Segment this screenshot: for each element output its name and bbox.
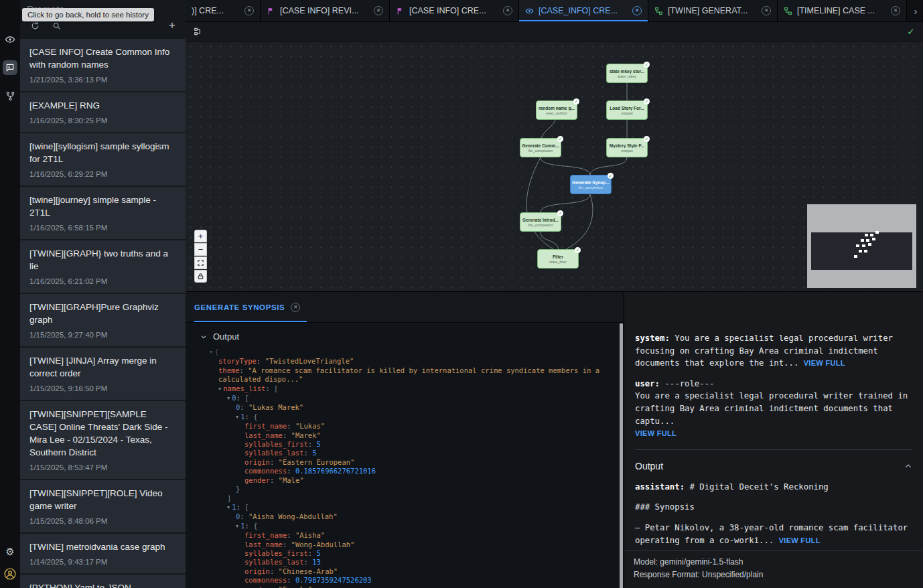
graph-node-random-name-g[interactable]: random name g...exec_python✓ bbox=[536, 100, 577, 120]
json-token-key: first_name bbox=[244, 531, 287, 539]
collapse-arrow-icon[interactable]: ▼ bbox=[236, 524, 238, 529]
json-token-key: commonness bbox=[244, 576, 287, 584]
graph-node-state-mkey-stor[interactable]: state mkey stor...state_mkey✓ bbox=[606, 64, 648, 83]
prompt-list-item-case-info-create-common-[interactable]: [CASE INFO] Create Common Info with rand… bbox=[20, 39, 186, 92]
tab-case-info-cre[interactable]: [CASE INFO] CRE...✕ bbox=[390, 0, 519, 21]
node-success-check-icon: ✓ bbox=[573, 98, 579, 104]
json-token-brace: { bbox=[214, 348, 218, 356]
json-token-pn: : bbox=[308, 549, 317, 557]
settings-gear-icon[interactable]: ⚙ bbox=[3, 544, 17, 559]
json-token-brace: { bbox=[253, 522, 257, 530]
prompt-list-item-twine-syllogism-sample-s[interactable]: [twine][syllogism] sample syllogism for … bbox=[20, 133, 186, 187]
json-token-pn: : bbox=[240, 403, 248, 411]
json-tree: ▼{storyType: "TwistedLoveTriangle"theme:… bbox=[200, 348, 624, 588]
workflows-nav-icon[interactable] bbox=[3, 88, 17, 103]
close-tab-icon[interactable]: ✕ bbox=[632, 6, 642, 15]
zoom-in-button[interactable]: + bbox=[194, 230, 207, 242]
json-token-pn: : bbox=[283, 540, 291, 548]
user-view-full-link[interactable]: VIEW FULL bbox=[635, 429, 677, 437]
json-token-pn: : bbox=[236, 394, 245, 402]
collapse-arrow-icon[interactable]: ▼ bbox=[236, 415, 238, 420]
assistant-view-full-link[interactable]: VIEW FULL bbox=[779, 536, 821, 544]
json-token-brace: { bbox=[253, 413, 257, 421]
collapse-arrow-icon[interactable]: ▼ bbox=[227, 396, 230, 401]
tab-scroll-right-button[interactable]: › bbox=[908, 0, 923, 21]
node-success-check-icon: ✓ bbox=[557, 136, 563, 142]
graph-node-mystery-style-f[interactable]: Mystery Style F...snippet✓ bbox=[606, 138, 648, 157]
graph-node-load-story-for[interactable]: Load Story For...snippet✓ bbox=[606, 100, 648, 120]
collapse-arrow-icon[interactable]: ▼ bbox=[218, 386, 221, 392]
vertical-scrollbar[interactable] bbox=[620, 323, 623, 588]
flag-icon bbox=[396, 7, 405, 15]
close-tab-icon[interactable]: ✕ bbox=[374, 6, 383, 15]
view-eye-nav-icon[interactable] bbox=[3, 32, 17, 47]
graph-node-generate-synop[interactable]: Generate Synop...llm_completion✓ bbox=[570, 175, 612, 194]
collapse-output-icon[interactable] bbox=[904, 462, 912, 470]
json-token-pn: : bbox=[240, 366, 248, 374]
json-token-pn: : bbox=[270, 567, 279, 575]
json-token-pn: : bbox=[240, 512, 248, 520]
json-line: ] bbox=[210, 494, 624, 503]
json-token-str: "TwistedLoveTriangle" bbox=[265, 357, 354, 365]
close-tab-icon[interactable]: ✕ bbox=[244, 6, 254, 15]
json-token-pn: : bbox=[304, 558, 313, 566]
fit-view-button[interactable] bbox=[194, 256, 207, 269]
prompts-nav-icon[interactable] bbox=[3, 60, 17, 75]
json-line: ▼0: [ bbox=[210, 394, 624, 403]
prompt-list-item-twine-graph-pure-graphvi[interactable]: [TWINE][GRAPH]Pure Graphviz graph1/15/20… bbox=[20, 294, 186, 348]
json-token-str: "Chinese-Arab" bbox=[279, 567, 338, 575]
collapse-arrow-icon[interactable]: ▼ bbox=[227, 505, 230, 510]
tab-case-info-revi[interactable]: [CASE INFO] REVI...✕ bbox=[261, 0, 390, 21]
tab-cre[interactable]: )] CRE...✕ bbox=[186, 0, 261, 21]
prompt-list-item-twine-journey-simple-sam[interactable]: [twine][journey] simple sample - 2T1L1/1… bbox=[20, 187, 186, 240]
user-avatar[interactable] bbox=[4, 568, 16, 580]
output-collapse-header[interactable]: Output bbox=[200, 332, 624, 342]
graph-node-generate-introd[interactable]: Generate Introd...llm_completion✓ bbox=[520, 212, 561, 232]
prompt-list-item-twine-snippet-role-video[interactable]: [TWINE][SNIPPET][ROLE] Video game writer… bbox=[20, 480, 186, 534]
refresh-icon[interactable] bbox=[29, 20, 40, 31]
tab-timeline-case[interactable]: [TIMELINE] CASE ...✕ bbox=[778, 0, 907, 21]
json-token-num: 0.7987359247526203 bbox=[295, 576, 372, 584]
graph-view-icon[interactable] bbox=[194, 27, 203, 36]
prompt-list-item-python-yaml-to-json[interactable]: [PYTHON] Yaml to JSON bbox=[20, 575, 186, 588]
json-line: syllables_last: 5 bbox=[210, 449, 624, 457]
prompt-list-item-twine-graph-two-truths-a[interactable]: [TWINE][GRAPH} two truths and a lie1/16/… bbox=[20, 240, 186, 294]
minimap-node-dot bbox=[861, 239, 864, 242]
json-token-num: 5 bbox=[316, 549, 320, 557]
prompt-timestamp: 1/16/2025, 6:29:22 PM bbox=[29, 170, 176, 178]
prompt-list-item-example-rng[interactable]: [EXAMPLE] RNG1/16/2025, 8:30:25 PM bbox=[20, 92, 186, 133]
system-message-text: You are a specialist legal procedural wr… bbox=[635, 334, 893, 368]
close-tab-icon[interactable]: ✕ bbox=[762, 6, 771, 15]
collapse-arrow-icon[interactable]: ▼ bbox=[210, 350, 212, 355]
prompt-list-item-twine-metroidvania-case-[interactable]: [TWINE] metroidvania case graph1/14/2025… bbox=[20, 534, 186, 575]
tab-generate-synopsis[interactable]: GENERATE SYNOPSIS ✕ bbox=[194, 292, 307, 322]
system-view-full-link[interactable]: VIEW FULL bbox=[804, 359, 845, 367]
node-subtitle: snippet bbox=[621, 149, 633, 153]
zoom-out-button[interactable]: − bbox=[194, 243, 207, 256]
tab-case-info-cre[interactable]: [CASE_INFO] CRE...✕ bbox=[519, 0, 648, 21]
graph-node-generate-comm[interactable]: Generate Comm...llm_completion✓ bbox=[520, 138, 561, 157]
tab-bar: )] CRE...✕[CASE INFO] REVI...✕[CASE INFO… bbox=[186, 0, 923, 22]
close-tab-icon[interactable]: ✕ bbox=[291, 303, 300, 312]
close-tab-icon[interactable]: ✕ bbox=[891, 6, 900, 15]
close-tab-icon[interactable]: ✕ bbox=[503, 6, 512, 15]
json-token-key: syllables_last bbox=[244, 449, 304, 457]
graph-canvas[interactable]: + − state mkey stor...state_mkey✓random … bbox=[186, 42, 923, 291]
json-line: gender: "Female" bbox=[210, 585, 624, 588]
tab-label: [TIMELINE] CASE ... bbox=[797, 6, 886, 15]
graph-node-filter[interactable]: Filterstate_filter✓ bbox=[537, 249, 579, 269]
prompt-title: [twine][journey] simple sample - 2T1L bbox=[29, 194, 176, 219]
prompt-list-item-twine-jinja-array-merge-[interactable]: [TWINE] [JINJA] Array merge in correct o… bbox=[20, 348, 186, 401]
node-subtitle: llm_completion bbox=[528, 223, 553, 227]
search-icon[interactable] bbox=[51, 20, 62, 31]
prompt-list-item-twine-snippet-sample-cas[interactable]: [TWINE][SNIPPET][SAMPLE CASE] Online Thr… bbox=[20, 401, 186, 480]
minimap[interactable] bbox=[807, 204, 916, 288]
minimap-node-dot bbox=[862, 244, 865, 247]
node-title: Generate Synop... bbox=[572, 180, 609, 185]
lock-button[interactable] bbox=[194, 270, 207, 283]
json-token-brace: [ bbox=[244, 503, 248, 511]
run-success-check-icon: ✓ bbox=[907, 26, 915, 37]
tab-twine-generat[interactable]: [TWINE] GENERAT...✕ bbox=[648, 0, 778, 21]
add-prompt-button[interactable]: + bbox=[167, 20, 178, 31]
json-line: ▼1: [ bbox=[210, 503, 624, 512]
